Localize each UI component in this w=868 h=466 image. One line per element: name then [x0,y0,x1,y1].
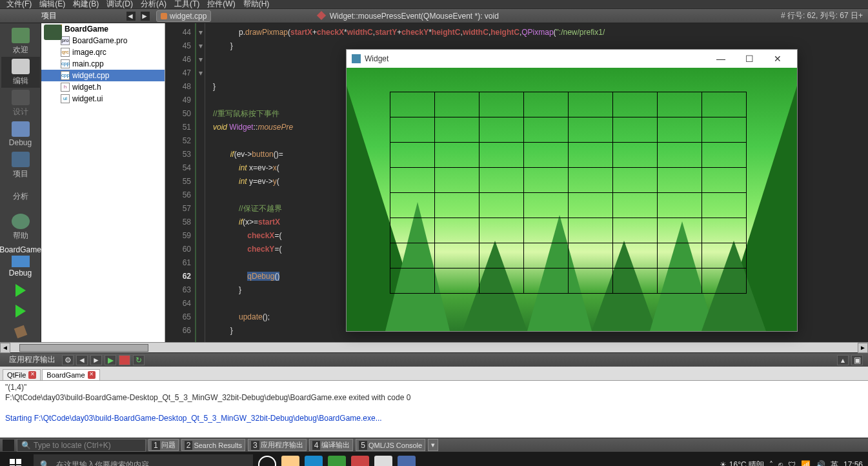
status-panel-btn[interactable]: 1问题 [148,439,179,451]
tray-icon[interactable]: ⎋ [778,460,783,466]
task-explorer-icon[interactable] [281,456,299,466]
board-cell[interactable] [568,117,613,143]
task-cortana-icon[interactable] [258,456,276,466]
output-body[interactable]: "(1,4)"F:\QtCode\day03\build-BoardGame-D… [0,381,868,438]
board-cell[interactable] [657,218,702,243]
menu-item[interactable]: 编辑(E) [35,0,69,10]
board-cell[interactable] [701,142,747,168]
board-cell[interactable] [612,92,658,117]
output-settings-icon[interactable]: ⚙ [62,355,74,365]
output-run-icon[interactable]: ▶ [105,355,116,365]
board-cell[interactable] [701,192,747,218]
board-cell[interactable] [523,167,569,193]
run-target[interactable]: BoardGame Debug [0,243,41,280]
system-tray[interactable]: ☀ 16°C 晴朗 ˄ ⎋ 🛡 📶 🔊 英 17:56 [714,460,868,467]
mode-design[interactable]: 设计 [1,88,40,119]
tree-file[interactable]: qrc image.qrc [41,46,165,58]
project-tree[interactable]: ▾ BoardGame pro BoardGame.pro qrc image.… [41,23,165,342]
status-panel-btn[interactable]: 5QML/JS Console [356,439,425,451]
output-next-icon[interactable]: ► [90,355,102,365]
board-cell[interactable] [479,142,524,168]
tree-file[interactable]: cpp main.cpp [41,58,165,70]
tray-vol-icon[interactable]: 🔊 [816,460,825,466]
tray-ime[interactable]: 英 [831,460,838,467]
board-cell[interactable] [390,167,435,193]
status-panel-btn[interactable]: 4编译输出 [309,439,354,451]
tray-shield-icon[interactable]: 🛡 [788,460,796,466]
board-cell[interactable] [434,192,479,218]
task-edge-icon[interactable] [305,456,323,466]
board-cell[interactable] [657,167,702,193]
tree-file[interactable]: h widget.h [41,81,165,93]
board-cell[interactable] [434,92,479,117]
board-cell[interactable] [523,268,569,294]
tray-wifi-icon[interactable]: 📶 [801,460,811,466]
close-icon[interactable]: × [28,371,36,379]
mode-welcome[interactable]: 欢迎 [1,26,40,57]
board-cell[interactable] [701,117,747,143]
board-cell[interactable] [523,92,569,117]
menu-item[interactable]: 工具(T) [170,0,203,10]
board-cell[interactable] [612,142,658,168]
function-selector[interactable]: Widget::mousePressEvent(QMouseEvent *): … [314,11,502,21]
board-cell[interactable] [479,192,524,218]
board-cell[interactable] [701,167,747,193]
board-cell[interactable] [568,167,613,193]
status-panel-more[interactable]: ▾ [428,439,438,451]
file-tab[interactable]: widget.cpp [156,10,211,22]
fold-column[interactable]: ▾ ▾ ▾ ▾ [196,23,205,342]
board-cell[interactable] [657,92,702,117]
board-cell[interactable] [523,192,569,218]
board-cell[interactable] [612,117,658,143]
board-cell[interactable] [479,268,524,294]
window-client[interactable] [347,68,797,331]
fwd-icon[interactable]: ► [141,12,150,21]
board-cell[interactable] [434,268,479,294]
tray-time[interactable]: 17:56 [843,460,863,466]
board-cell[interactable] [523,243,569,268]
board-cell[interactable] [390,117,435,143]
output-stop-icon[interactable] [119,355,130,365]
board-cell[interactable] [568,92,613,117]
menu-item[interactable]: 分析(A) [137,0,170,10]
board-cell[interactable] [701,243,747,268]
back-icon[interactable]: ◄ [126,12,136,21]
board-cell[interactable] [479,167,524,193]
board-cell[interactable] [657,243,702,268]
board-cell[interactable] [612,243,658,268]
scroll-left-icon[interactable]: ◄ [0,343,10,353]
output-tab[interactable]: BoardGame× [42,369,99,380]
board-cell[interactable] [701,92,747,117]
board-cell[interactable] [568,268,613,294]
board-cell[interactable] [434,117,479,143]
board-cell[interactable] [657,192,702,218]
board-cell[interactable] [612,218,658,243]
debug-button[interactable] [8,302,34,320]
editor-hscroll[interactable]: ◄ ► [0,342,868,352]
task-app3-icon[interactable] [398,456,416,466]
board-cell[interactable] [568,243,613,268]
board-cell[interactable] [612,167,658,193]
tree-file[interactable]: ui widget.ui [41,93,165,105]
board-cell[interactable] [390,218,435,243]
board-cell[interactable] [657,117,702,143]
board-cell[interactable] [390,268,435,294]
window-titlebar[interactable]: Widget — ☐ ✕ [347,50,797,68]
tray-up-icon[interactable]: ˄ [769,460,773,466]
scroll-right-icon[interactable]: ► [858,343,868,353]
board-cell[interactable] [612,192,658,218]
mode-analyze[interactable]: 分析 [1,181,40,212]
board-cell[interactable] [434,167,479,193]
board-cell[interactable] [523,117,569,143]
board-cell[interactable] [434,218,479,243]
board-cell[interactable] [390,192,435,218]
mode-help[interactable]: 帮助 [1,212,40,243]
board-cell[interactable] [434,243,479,268]
board-cell[interactable] [657,142,702,168]
mode-edit[interactable]: 编辑 [1,57,40,88]
minimize-button[interactable]: — [707,50,735,68]
board-cell[interactable] [479,243,524,268]
build-button[interactable] [8,323,34,341]
board-cell[interactable] [479,218,524,243]
board-cell[interactable] [390,142,435,168]
